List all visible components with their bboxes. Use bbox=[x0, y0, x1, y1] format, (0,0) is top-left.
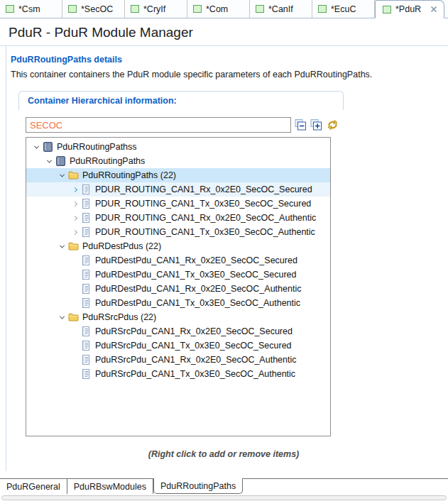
page-title: PduR - PduR Module Manager bbox=[9, 25, 439, 40]
tree-item-label: PduRRoutingPaths (22) bbox=[82, 170, 176, 180]
editor-tab-label: *Com bbox=[206, 4, 228, 14]
editor-tab-secoc[interactable]: *SecOC bbox=[62, 0, 125, 18]
tree-item-label: PduRSrcPdu_CAN1_Tx_0x3E0_SecOC_Secured bbox=[95, 341, 292, 351]
chevron-down-icon[interactable] bbox=[56, 170, 67, 181]
editor-tab-csm[interactable]: *Csm bbox=[0, 0, 62, 18]
tree-row[interactable]: PduRDestPdu_CAN1_Rx_0x2E0_SecOC_Secured bbox=[26, 253, 330, 268]
editor-tab-label: *CryIf bbox=[143, 4, 165, 14]
chevron-spacer bbox=[69, 368, 80, 380]
module-icon bbox=[56, 156, 65, 166]
tree-item-label: PduRDestPdus (22) bbox=[82, 241, 161, 251]
chevron-spacer bbox=[69, 269, 80, 280]
expand-all-button[interactable] bbox=[310, 119, 322, 131]
tree-row[interactable]: PDUR_ROUTING_CAN1_Rx_0x2E0_SecOC_Secured bbox=[26, 182, 330, 197]
tree-row[interactable]: PduRDestPdu_CAN1_Rx_0x2E0_SecOC_Authenti… bbox=[26, 282, 330, 296]
details-heading: PduRRoutingPaths details bbox=[11, 55, 448, 65]
title-bar: PduR - PduR Module Manager bbox=[0, 18, 448, 46]
tree-item-label: PduRSrcPdu_CAN1_Rx_0x2E0_SecOC_Secured bbox=[95, 326, 293, 336]
bottom-tab-filler bbox=[243, 478, 448, 494]
chevron-spacer bbox=[69, 297, 80, 309]
horizontal-scrollbar[interactable] bbox=[1, 495, 447, 500]
expand-all-icon bbox=[310, 119, 322, 131]
chevron-right-icon[interactable] bbox=[69, 184, 80, 195]
tree-row[interactable]: PduRDestPdu_CAN1_Tx_0x3E0_SecOC_Secured bbox=[26, 268, 330, 282]
chevron-spacer bbox=[69, 255, 80, 266]
chevron-right-icon[interactable] bbox=[69, 226, 80, 238]
collapse-all-button[interactable] bbox=[295, 119, 307, 131]
tree-item-label: PduRDestPdu_CAN1_Tx_0x3E0_SecOC_Secured bbox=[95, 270, 297, 280]
tree-row[interactable]: PduRRoutingPathss bbox=[26, 140, 330, 154]
document-icon bbox=[82, 199, 90, 209]
tree-item-label: PduRDestPdu_CAN1_Rx_0x2E0_SecOC_Authenti… bbox=[95, 284, 301, 294]
editor-tab-ecuc[interactable]: *EcuC bbox=[312, 0, 375, 18]
form-area: PduRRoutingPaths details This container … bbox=[6, 45, 448, 471]
bottom-tab-pdurgeneral[interactable]: PduRGeneral bbox=[0, 478, 67, 494]
editor-tab-cryif[interactable]: *CryIf bbox=[125, 0, 187, 18]
bottom-tab-pdurbswmodules[interactable]: PduRBswModules bbox=[67, 478, 153, 494]
editor-tab-com[interactable]: *Com bbox=[187, 0, 250, 18]
context-menu-hint: (Right click to add or remove items) bbox=[11, 449, 437, 459]
tree-row[interactable]: PduRSrcPdu_CAN1_Rx_0x2E0_SecOC_Secured bbox=[26, 324, 330, 338]
editor-tab-label: *CanIf bbox=[268, 4, 293, 14]
chevron-spacer bbox=[69, 354, 80, 365]
tree-row[interactable]: PDUR_ROUTING_CAN1_Tx_0x3E0_SecOC_Authent… bbox=[26, 225, 330, 239]
refresh-button[interactable] bbox=[326, 119, 339, 131]
document-icon bbox=[82, 341, 90, 351]
tree-row[interactable]: PduRRoutingPaths bbox=[26, 154, 330, 168]
tree-row[interactable]: PduRRoutingPaths (22) bbox=[26, 168, 330, 182]
chevron-down-icon[interactable] bbox=[43, 155, 55, 167]
tree-item-label: PduRDestPdu_CAN1_Rx_0x2E0_SecOC_Secured bbox=[95, 255, 297, 265]
tab-close-button[interactable] bbox=[430, 6, 437, 13]
document-icon bbox=[82, 270, 90, 280]
tree-item-label: PduRDestPdu_CAN1_Tx_0x3E0_SecOC_Authenti… bbox=[95, 298, 300, 308]
folder-icon bbox=[68, 171, 79, 180]
folder-icon bbox=[68, 313, 79, 321]
tree-item-label: PduRSrcPdu_CAN1_Tx_0x3E0_SecOC_Authentic bbox=[95, 369, 295, 379]
folder-icon bbox=[68, 242, 79, 250]
bottom-tab-pdurroutingpaths[interactable]: PduRRoutingPaths bbox=[153, 478, 243, 494]
tree-row[interactable]: PDUR_ROUTING_CAN1_Tx_0x3E0_SecOC_Secured bbox=[26, 197, 330, 211]
details-description: This container containers the PduR modul… bbox=[11, 70, 448, 79]
document-icon bbox=[82, 355, 90, 365]
filter-row bbox=[26, 117, 448, 133]
editor-tab-pdur[interactable]: *PduR bbox=[375, 0, 444, 18]
document-icon bbox=[82, 369, 90, 379]
chevron-spacer bbox=[69, 326, 80, 337]
refresh-icon bbox=[326, 119, 339, 131]
chevron-down-icon[interactable] bbox=[56, 312, 67, 323]
tree-item-label: PDUR_ROUTING_CAN1_Rx_0x2E0_SecOC_Secured bbox=[95, 185, 312, 194]
chevron-down-icon[interactable] bbox=[31, 141, 42, 153]
tree-item-label: PduRSrcPdu_CAN1_Rx_0x2E0_SecOC_Authentic bbox=[95, 355, 297, 365]
tree-row[interactable]: PduRDestPdu_CAN1_Tx_0x3E0_SecOC_Authenti… bbox=[26, 296, 330, 310]
editor-tab-label: *SecOC bbox=[81, 4, 113, 14]
document-icon bbox=[82, 185, 90, 194]
chevron-right-icon[interactable] bbox=[69, 198, 80, 209]
editor-tab-canif[interactable]: *CanIf bbox=[250, 0, 312, 18]
tree-item-label: PDUR_ROUTING_CAN1_Tx_0x3E0_SecOC_Authent… bbox=[95, 227, 315, 237]
document-icon bbox=[82, 213, 90, 223]
tree-row[interactable]: PduRDestPdus (22) bbox=[26, 239, 330, 253]
tree-item-label: PduRRoutingPaths bbox=[70, 156, 145, 166]
tree-row[interactable]: PduRSrcPdus (22) bbox=[26, 310, 330, 324]
chevron-right-icon[interactable] bbox=[69, 212, 80, 224]
chevron-spacer bbox=[69, 340, 80, 351]
module-status-icon bbox=[193, 5, 202, 13]
tree-row[interactable]: PduRSrcPdu_CAN1_Rx_0x2E0_SecOC_Authentic bbox=[26, 353, 330, 367]
container-hierarchy-tree: PduRRoutingPathssPduRRoutingPathsPduRRou… bbox=[26, 137, 331, 436]
chevron-down-icon[interactable] bbox=[56, 241, 67, 252]
editor-tab-label: *EcuC bbox=[331, 4, 356, 14]
module-status-icon bbox=[318, 5, 327, 13]
tree-row[interactable]: PDUR_ROUTING_CAN1_Rx_0x2E0_SecOC_Authent… bbox=[26, 211, 330, 225]
tree-row[interactable]: PduRSrcPdu_CAN1_Tx_0x3E0_SecOC_Secured bbox=[26, 338, 330, 353]
filter-input[interactable] bbox=[26, 117, 291, 133]
tree-item-label: PduRRoutingPathss bbox=[57, 142, 137, 152]
tree-item-label: PDUR_ROUTING_CAN1_Rx_0x2E0_SecOC_Authent… bbox=[95, 213, 316, 223]
bottom-tab-label: PduRBswModules bbox=[74, 482, 146, 492]
tree-item-label: PduRSrcPdus (22) bbox=[82, 312, 156, 322]
tree-item-label: PDUR_ROUTING_CAN1_Tx_0x3E0_SecOC_Secured bbox=[95, 199, 311, 209]
document-icon bbox=[82, 298, 90, 308]
container-info-section-header: Container Hierarchical information: bbox=[18, 91, 344, 110]
chevron-spacer bbox=[69, 283, 80, 294]
bottom-tab-label: PduRRoutingPaths bbox=[160, 481, 236, 491]
tree-row[interactable]: PduRSrcPdu_CAN1_Tx_0x3E0_SecOC_Authentic bbox=[26, 367, 330, 381]
